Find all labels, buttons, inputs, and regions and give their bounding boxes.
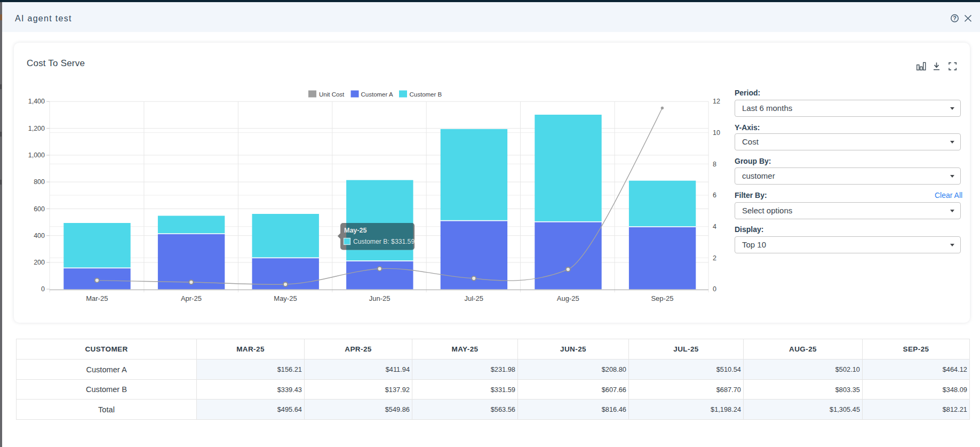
svg-text:Apr-25: Apr-25 <box>181 294 202 302</box>
svg-text:1,200: 1,200 <box>28 125 45 132</box>
svg-text:Customer A: Customer A <box>361 91 393 98</box>
svg-text:Customer B: $331.59: Customer B: $331.59 <box>353 238 415 245</box>
svg-text:2: 2 <box>713 254 716 262</box>
svg-text:0: 0 <box>41 285 45 293</box>
svg-text:Aug-25: Aug-25 <box>557 294 579 302</box>
svg-text:1,000: 1,000 <box>28 151 45 159</box>
svg-text:Jun-25: Jun-25 <box>369 294 391 302</box>
svg-text:4: 4 <box>713 223 716 230</box>
svg-text:May-25: May-25 <box>344 227 366 234</box>
svg-text:800: 800 <box>34 178 45 186</box>
svg-text:6: 6 <box>713 191 716 199</box>
svg-text:Customer B: Customer B <box>410 91 442 98</box>
svg-text:10: 10 <box>713 129 720 137</box>
svg-text:12: 12 <box>713 98 720 105</box>
svg-text:Jul-25: Jul-25 <box>464 294 483 302</box>
svg-text:200: 200 <box>34 259 45 266</box>
svg-text:0: 0 <box>713 285 716 293</box>
svg-text:8: 8 <box>713 161 716 168</box>
svg-text:400: 400 <box>34 232 45 240</box>
svg-text:1,400: 1,400 <box>28 98 45 105</box>
svg-text:Mar-25: Mar-25 <box>86 294 108 302</box>
svg-text:600: 600 <box>34 205 45 213</box>
svg-text:Sep-25: Sep-25 <box>651 294 673 302</box>
svg-text:Unit Cost: Unit Cost <box>319 91 345 98</box>
svg-text:May-25: May-25 <box>274 294 297 302</box>
